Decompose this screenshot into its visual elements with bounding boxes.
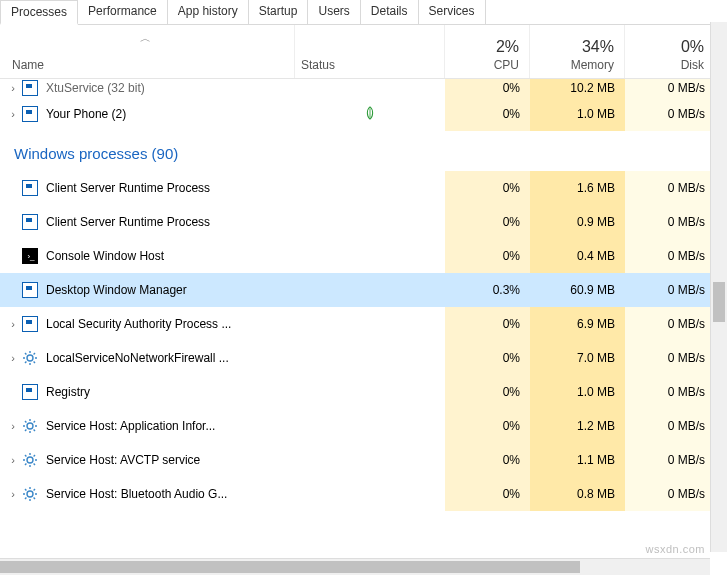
app-window-icon [22, 106, 38, 122]
tab-performance[interactable]: Performance [78, 0, 168, 24]
process-row[interactable]: ›LocalServiceNoNetworkFirewall ...0%7.0 … [0, 341, 727, 375]
memory-label: Memory [571, 58, 614, 72]
process-row[interactable]: ›Local Security Authority Process ...0%6… [0, 307, 727, 341]
process-name: LocalServiceNoNetworkFirewall ... [46, 351, 229, 365]
disk-cell: 0 MB/s [625, 273, 715, 307]
memory-usage-pct: 34% [582, 38, 614, 56]
memory-cell: 6.9 MB [530, 307, 625, 341]
svg-line-8 [25, 362, 26, 363]
process-row[interactable]: Desktop Window Manager0.3%60.9 MB0 MB/s [0, 273, 727, 307]
process-row[interactable]: Registry0%1.0 MB0 MB/s [0, 375, 727, 409]
svg-line-16 [34, 430, 35, 431]
app-window-icon [22, 384, 38, 400]
svg-line-25 [34, 464, 35, 465]
svg-line-35 [25, 498, 26, 499]
svg-line-27 [34, 455, 35, 456]
cpu-cell: 0% [445, 477, 530, 511]
memory-cell: 1.2 MB [530, 409, 625, 443]
process-row[interactable]: ›Service Host: AVCTP service0%1.1 MB0 MB… [0, 443, 727, 477]
column-header-disk[interactable]: 0% Disk [625, 25, 715, 78]
gear-icon [22, 452, 38, 468]
vertical-scrollbar[interactable] [710, 22, 727, 552]
memory-cell: 0.8 MB [530, 477, 625, 511]
process-row[interactable]: ›_Console Window Host0%0.4 MB0 MB/s [0, 239, 727, 273]
svg-line-18 [34, 421, 35, 422]
horizontal-scrollbar[interactable] [0, 558, 710, 575]
process-row[interactable]: Client Server Runtime Process0%0.9 MB0 M… [0, 205, 727, 239]
gear-icon [22, 418, 38, 434]
watermark: wsxdn.com [645, 543, 705, 555]
column-header-name[interactable]: ︿ Name [0, 25, 295, 78]
disk-cell: 0 MB/s [625, 307, 715, 341]
disk-cell: 0 MB/s [625, 205, 715, 239]
horizontal-scrollbar-thumb[interactable] [0, 561, 580, 573]
svg-line-17 [25, 430, 26, 431]
disk-cell: 0 MB/s [625, 341, 715, 375]
column-header-cpu[interactable]: 2% CPU [445, 25, 530, 78]
svg-line-24 [25, 455, 26, 456]
memory-cell: 60.9 MB [530, 273, 625, 307]
svg-line-7 [34, 362, 35, 363]
svg-point-10 [27, 423, 33, 429]
cpu-cell: 0% [445, 409, 530, 443]
sort-indicator-icon: ︿ [140, 31, 151, 46]
cpu-cell: 0% [445, 79, 530, 97]
process-row[interactable]: ›XtuService (32 bit)0%10.2 MB0 MB/s [0, 79, 727, 97]
disk-cell: 0 MB/s [625, 97, 715, 131]
tab-services[interactable]: Services [419, 0, 486, 24]
memory-cell: 0.4 MB [530, 239, 625, 273]
tab-app-history[interactable]: App history [168, 0, 249, 24]
process-row[interactable]: ›Service Host: Application Infor...0%1.2… [0, 409, 727, 443]
memory-cell: 7.0 MB [530, 341, 625, 375]
process-row[interactable]: ›Your Phone (2)0%1.0 MB0 MB/s [0, 97, 727, 131]
expander-icon[interactable]: › [4, 488, 22, 500]
process-name: Console Window Host [46, 249, 164, 263]
svg-line-9 [34, 353, 35, 354]
process-row[interactable]: Client Server Runtime Process0%1.6 MB0 M… [0, 171, 727, 205]
cpu-cell: 0.3% [445, 273, 530, 307]
process-row[interactable]: ›Service Host: Bluetooth Audio G...0%0.8… [0, 477, 727, 511]
tab-users[interactable]: Users [308, 0, 360, 24]
svg-point-1 [27, 355, 33, 361]
group-header-windows-processes[interactable]: Windows processes (90) [0, 131, 727, 171]
cpu-cell: 0% [445, 307, 530, 341]
process-list[interactable]: ›XtuService (32 bit)0%10.2 MB0 MB/s›Your… [0, 79, 727, 511]
cpu-cell: 0% [445, 341, 530, 375]
leaf-icon [363, 106, 377, 123]
process-name: XtuService (32 bit) [46, 81, 145, 95]
cpu-cell: 0% [445, 97, 530, 131]
cpu-cell: 0% [445, 375, 530, 409]
tab-startup[interactable]: Startup [249, 0, 309, 24]
column-header-status[interactable]: Status [295, 25, 445, 78]
expander-icon[interactable]: › [4, 108, 22, 120]
column-header-memory[interactable]: 34% Memory [530, 25, 625, 78]
svg-line-36 [34, 489, 35, 490]
disk-cell: 0 MB/s [625, 375, 715, 409]
column-headers: ︿ Name Status 2% CPU 34% Memory 0% Disk [0, 25, 727, 79]
svg-point-19 [27, 457, 33, 463]
disk-cell: 0 MB/s [625, 443, 715, 477]
vertical-scrollbar-thumb[interactable] [713, 282, 725, 322]
expander-icon[interactable]: › [4, 420, 22, 432]
tab-strip: Processes Performance App history Startu… [0, 0, 727, 25]
gear-icon [22, 486, 38, 502]
expander-icon[interactable]: › [4, 318, 22, 330]
memory-cell: 0.9 MB [530, 205, 625, 239]
disk-cell: 0 MB/s [625, 239, 715, 273]
expander-icon[interactable]: › [4, 454, 22, 466]
disk-cell: 0 MB/s [625, 477, 715, 511]
disk-cell: 0 MB/s [625, 409, 715, 443]
disk-label: Disk [681, 58, 704, 72]
process-name: Service Host: Application Infor... [46, 419, 215, 433]
expander-icon[interactable]: › [4, 82, 22, 94]
disk-usage-pct: 0% [681, 38, 704, 56]
svg-line-33 [25, 489, 26, 490]
svg-point-28 [27, 491, 33, 497]
svg-line-6 [25, 353, 26, 354]
status-cell [295, 106, 445, 123]
tab-details[interactable]: Details [361, 0, 419, 24]
tab-processes[interactable]: Processes [0, 0, 78, 25]
app-window-icon [22, 80, 38, 96]
process-name: Registry [46, 385, 90, 399]
expander-icon[interactable]: › [4, 352, 22, 364]
